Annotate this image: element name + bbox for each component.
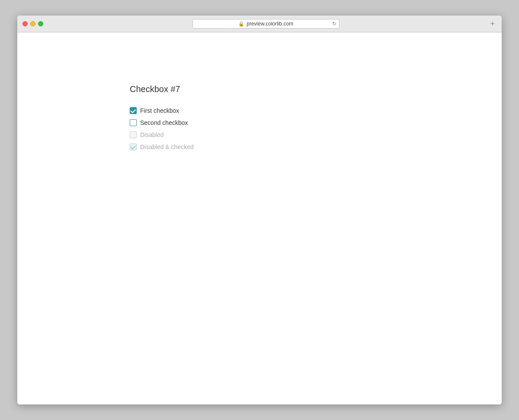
maximize-button[interactable] <box>38 21 43 26</box>
browser-content: Checkbox #7 First checkbox Second checkb… <box>17 32 502 404</box>
address-bar-container: 🔒 preview.colorlib.com ↻ <box>48 19 484 29</box>
section-title: Checkbox #7 <box>130 84 389 94</box>
browser-window: 🔒 preview.colorlib.com ↻ + Checkbox #7 F… <box>17 16 502 404</box>
url-text: preview.colorlib.com <box>247 21 293 27</box>
checkbox-item-first[interactable]: First checkbox <box>130 105 389 117</box>
checkbox-list: First checkbox Second checkbox Disabled … <box>130 105 389 153</box>
minimize-button[interactable] <box>30 21 35 26</box>
address-bar[interactable]: 🔒 preview.colorlib.com ↻ <box>192 19 340 29</box>
checkbox-item-disabled: Disabled <box>130 129 389 141</box>
close-button[interactable] <box>22 21 28 26</box>
checkbox-input-disabled <box>130 131 137 138</box>
checkbox-label-first: First checkbox <box>140 107 179 114</box>
checkbox-item-disabled-checked: Disabled & checked <box>130 141 389 153</box>
checkbox-input-disabled-checked <box>130 143 137 150</box>
page-content: Checkbox #7 First checkbox Second checkb… <box>130 84 389 153</box>
browser-chrome: 🔒 preview.colorlib.com ↻ + <box>17 16 502 32</box>
traffic-lights <box>22 21 43 26</box>
new-tab-button[interactable]: + <box>488 20 497 28</box>
checkbox-input-second[interactable] <box>130 119 137 126</box>
checkbox-label-second: Second checkbox <box>140 119 188 126</box>
checkbox-item-second[interactable]: Second checkbox <box>130 117 389 129</box>
checkbox-label-disabled-checked: Disabled & checked <box>140 143 194 150</box>
refresh-button[interactable]: ↻ <box>332 21 336 27</box>
lock-icon: 🔒 <box>238 21 244 27</box>
checkbox-label-disabled: Disabled <box>140 131 163 138</box>
checkbox-input-first[interactable] <box>130 107 137 114</box>
